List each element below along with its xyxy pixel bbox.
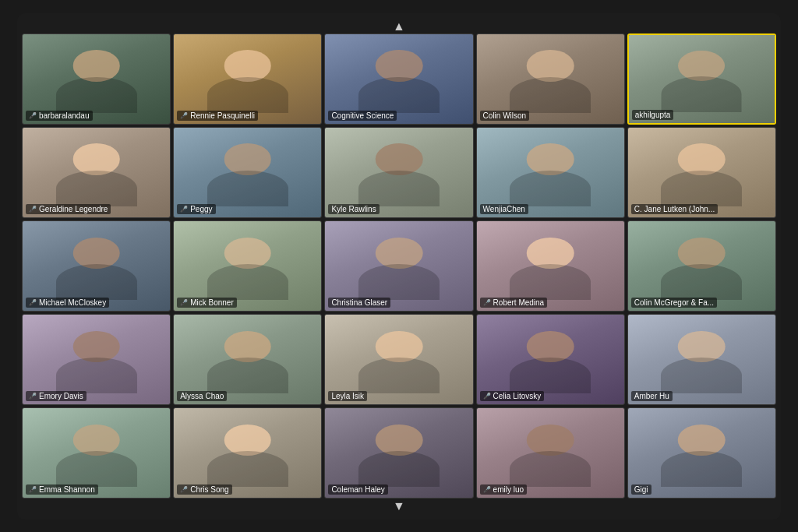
participant-label: 🎤emily luo [480,484,527,495]
participant-name: Chris Song [190,485,228,494]
participant-name: akhilgupta [635,111,671,119]
participant-label: Leyla Isik [328,391,367,401]
participant-label: Gigi [631,484,651,495]
participant-name: Rennie Pasquinelli [190,111,255,120]
muted-icon: 🎤 [29,112,37,119]
participant-label: 🎤Geraldine Legendre [26,204,111,214]
muted-icon: 🎤 [483,486,491,493]
muted-icon: 🎤 [483,299,491,306]
participant-label: Colin Wilson [480,111,530,121]
participant-label: 🎤Mick Bonner [177,298,237,308]
participant-tile[interactable]: akhilgupta [627,33,776,125]
participant-tile[interactable]: Alyssa Chao [173,314,322,405]
muted-icon: 🎤 [180,112,188,119]
participant-tile[interactable]: 🎤Mick Bonner [173,220,322,312]
participant-tile[interactable]: 🎤Emory Davis [22,314,171,405]
participant-name: Mick Bonner [190,298,234,307]
participant-name: Colin Wilson [483,111,527,120]
scroll-up-button[interactable]: ▲ [387,19,411,33]
participant-label: 🎤Chris Song [177,484,231,495]
participant-name: Geraldine Legendre [39,205,108,213]
muted-icon: 🎤 [180,486,188,493]
participant-tile[interactable]: Colin Wilson [476,33,625,125]
participant-name: Gigi [634,485,648,494]
participant-name: Alyssa Chao [180,392,224,400]
participant-tile[interactable]: 🎤Emma Shannon [22,407,171,499]
muted-icon: 🎤 [180,206,188,213]
participant-label: Colin McGregor & Fa... [631,298,717,308]
muted-icon: 🎤 [29,393,37,400]
participant-name: Cognitive Science [331,111,394,120]
participant-name: Michael McCloskey [39,298,106,307]
participant-label: Kyle Rawlins [328,204,379,214]
participant-tile[interactable]: Coleman Haley [324,407,473,499]
participant-tile[interactable]: 🎤Celia Litovsky [476,314,625,405]
participant-label: 🎤Robert Medina [480,298,548,308]
participant-label: WenjiaChen [480,204,528,214]
participant-name: Kyle Rawlins [331,205,376,213]
participant-tile[interactable]: 🎤Chris Song [173,407,322,499]
participant-tile[interactable]: Leyla Isik [324,314,473,405]
participant-label: Christina Glaser [328,298,390,308]
participant-tile[interactable]: 🎤Michael McCloskey [22,220,171,312]
participant-name: barbaralandau [39,111,90,120]
participant-label: Alyssa Chao [177,391,227,401]
participant-tile[interactable]: 🎤emily luo [476,407,625,499]
scroll-down-button[interactable]: ▼ [387,499,411,513]
participant-label: 🎤Peggy [177,204,215,214]
participant-label: 🎤Rennie Pasquinelli [177,111,258,121]
muted-icon: 🎤 [29,206,37,213]
participant-tile[interactable]: 🎤Robert Medina [476,220,625,312]
participant-label: Cognitive Science [328,111,397,121]
participant-tile[interactable]: 🎤barbaralandau [22,33,171,125]
participant-label: 🎤Emma Shannon [26,484,98,495]
muted-icon: 🎤 [180,299,188,306]
participant-label: Amber Hu [631,391,673,401]
participant-tile[interactable]: Christina Glaser [324,220,473,312]
participant-name: emily luo [493,485,524,494]
participant-name: Emory Davis [39,392,83,400]
participant-name: Robert Medina [493,298,545,307]
participant-label: 🎤Emory Davis [26,391,87,401]
participant-tile[interactable]: WenjiaChen [476,127,625,218]
participant-name: Celia Litovsky [493,392,542,400]
participant-grid: 🎤barbaralandau🎤Rennie PasquinelliCogniti… [22,33,776,499]
participant-name: C. Jane Lutken (John... [634,205,715,213]
participant-name: WenjiaChen [483,205,525,213]
participant-label: 🎤Michael McCloskey [26,298,109,308]
participant-label: C. Jane Lutken (John... [631,204,718,214]
participant-name: Colin McGregor & Fa... [634,298,714,307]
participant-tile[interactable]: 🎤Peggy [173,127,322,218]
participant-name: Leyla Isik [331,392,364,400]
participant-name: Christina Glaser [331,298,387,307]
participant-tile[interactable]: C. Jane Lutken (John... [627,127,776,218]
muted-icon: 🎤 [29,486,37,493]
zoom-window: ▲ 🎤barbaralandau🎤Rennie PasquinelliCogni… [17,13,781,520]
participant-tile[interactable]: 🎤Rennie Pasquinelli [173,33,322,125]
participant-tile[interactable]: Cognitive Science [324,33,473,125]
participant-tile[interactable]: Gigi [627,407,776,499]
participant-name: Emma Shannon [39,485,95,494]
participant-name: Peggy [190,205,212,213]
participant-label: Coleman Haley [328,484,387,495]
participant-tile[interactable]: Amber Hu [627,314,776,405]
participant-tile[interactable]: Kyle Rawlins [324,127,473,218]
participant-tile[interactable]: Colin McGregor & Fa... [627,220,776,312]
participant-label: 🎤Celia Litovsky [480,391,545,401]
participant-tile[interactable]: 🎤Geraldine Legendre [22,127,171,218]
muted-icon: 🎤 [483,393,491,400]
participant-label: akhilgupta [632,110,674,120]
participant-label: 🎤barbaralandau [26,111,93,121]
participant-name: Amber Hu [634,392,669,400]
muted-icon: 🎤 [29,299,37,306]
participant-name: Coleman Haley [331,485,384,494]
